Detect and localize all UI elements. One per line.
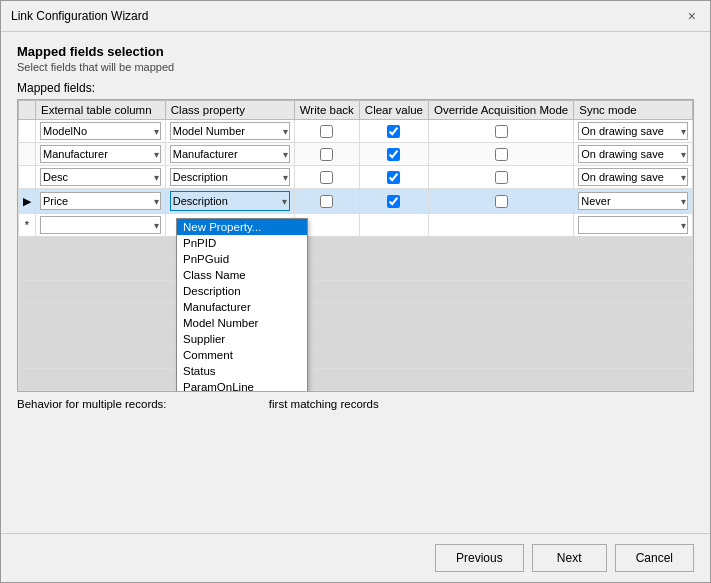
dropdown-item-pnpguid[interactable]: PnPGuid bbox=[177, 251, 307, 267]
content-area: Mapped fields: External table column Cla… bbox=[1, 81, 710, 533]
row-arrow-2 bbox=[19, 143, 36, 166]
oam-cell-3 bbox=[429, 166, 574, 189]
close-button[interactable]: × bbox=[684, 7, 700, 25]
next-button[interactable]: Next bbox=[532, 544, 607, 572]
ext-select-2[interactable]: Manufacturer bbox=[40, 145, 161, 163]
dropdown-item-new-property[interactable]: New Property... bbox=[177, 219, 307, 235]
oam-cell-new bbox=[429, 214, 574, 237]
ext-cell-4[interactable]: Price bbox=[36, 189, 166, 214]
oam-check-1[interactable] bbox=[495, 125, 508, 138]
wb-cell-3 bbox=[294, 166, 359, 189]
empty-row-2 bbox=[19, 259, 693, 281]
empty-row-4 bbox=[19, 303, 693, 325]
cv-cell-4 bbox=[359, 189, 428, 214]
header-subtitle: Select fields that will be mapped bbox=[17, 61, 694, 73]
prop-select-4[interactable]: Description bbox=[171, 192, 289, 210]
ext-select-3[interactable]: Desc bbox=[40, 168, 161, 186]
dropdown-item-class-name[interactable]: Class Name bbox=[177, 267, 307, 283]
ext-cell-new[interactable] bbox=[36, 214, 166, 237]
table-container: External table column Class property Wri… bbox=[17, 99, 694, 392]
col-header-cv: Clear value bbox=[359, 101, 428, 120]
sync-select-4[interactable]: Never bbox=[578, 192, 688, 210]
wb-check-4[interactable] bbox=[320, 195, 333, 208]
sync-cell-new[interactable] bbox=[574, 214, 693, 237]
mapped-fields-table: External table column Class property Wri… bbox=[18, 100, 693, 391]
cancel-button[interactable]: Cancel bbox=[615, 544, 694, 572]
sync-select-2[interactable]: On drawing save bbox=[578, 145, 688, 163]
previous-button[interactable]: Previous bbox=[435, 544, 524, 572]
table-row: ModelNo Model Number bbox=[19, 120, 693, 143]
table-row: Manufacturer Manufacturer bbox=[19, 143, 693, 166]
empty-row-6 bbox=[19, 347, 693, 369]
wb-check-3[interactable] bbox=[320, 171, 333, 184]
empty-row-7 bbox=[19, 369, 693, 391]
prop-select-1[interactable]: Model Number bbox=[170, 122, 290, 140]
cv-cell-2 bbox=[359, 143, 428, 166]
property-dropdown: New Property... PnPID PnPGuid Class Name… bbox=[176, 218, 308, 392]
cv-check-4[interactable] bbox=[387, 195, 400, 208]
wb-cell-1 bbox=[294, 120, 359, 143]
ext-cell-2[interactable]: Manufacturer bbox=[36, 143, 166, 166]
dropdown-item-comment[interactable]: Comment bbox=[177, 347, 307, 363]
behavior-label: Behavior for multiple records: bbox=[17, 398, 167, 410]
wb-check-2[interactable] bbox=[320, 148, 333, 161]
ext-select-new[interactable] bbox=[40, 216, 161, 234]
oam-check-4[interactable] bbox=[495, 195, 508, 208]
sync-cell-4[interactable]: Never bbox=[574, 189, 693, 214]
wb-cell-2 bbox=[294, 143, 359, 166]
prop-select-2[interactable]: Manufacturer bbox=[170, 145, 290, 163]
oam-check-3[interactable] bbox=[495, 171, 508, 184]
sync-cell-2[interactable]: On drawing save bbox=[574, 143, 693, 166]
dropdown-item-pnpid[interactable]: PnPID bbox=[177, 235, 307, 251]
sync-select-3[interactable]: On drawing save bbox=[578, 168, 688, 186]
dropdown-item-supplier[interactable]: Supplier bbox=[177, 331, 307, 347]
oam-cell-1 bbox=[429, 120, 574, 143]
header-title: Mapped fields selection bbox=[17, 44, 694, 59]
cv-cell-3 bbox=[359, 166, 428, 189]
dropdown-item-status[interactable]: Status bbox=[177, 363, 307, 379]
col-header-ext: External table column bbox=[36, 101, 166, 120]
cv-check-3[interactable] bbox=[387, 171, 400, 184]
sync-cell-1[interactable]: On drawing save bbox=[574, 120, 693, 143]
dropdown-item-paramonline[interactable]: ParamOnLine bbox=[177, 379, 307, 392]
mapped-fields-label: Mapped fields: bbox=[17, 81, 694, 95]
col-header-oam: Override Acquisition Mode bbox=[429, 101, 574, 120]
empty-row-3 bbox=[19, 281, 693, 303]
dropdown-item-model-number[interactable]: Model Number bbox=[177, 315, 307, 331]
ext-select-1[interactable]: ModelNo bbox=[40, 122, 161, 140]
sync-select-1[interactable]: On drawing save bbox=[578, 122, 688, 140]
dropdown-item-manufacturer[interactable]: Manufacturer bbox=[177, 299, 307, 315]
oam-cell-2 bbox=[429, 143, 574, 166]
prop-cell-3[interactable]: Description bbox=[165, 166, 294, 189]
wb-check-1[interactable] bbox=[320, 125, 333, 138]
ext-select-4[interactable]: Price bbox=[40, 192, 161, 210]
col-header-sync: Sync mode bbox=[574, 101, 693, 120]
sync-cell-3[interactable]: On drawing save bbox=[574, 166, 693, 189]
behavior-value-text: first matching records bbox=[269, 398, 379, 410]
cv-check-1[interactable] bbox=[387, 125, 400, 138]
dialog-title: Link Configuration Wizard bbox=[11, 9, 148, 23]
dropdown-item-description[interactable]: Description bbox=[177, 283, 307, 299]
col-header-wb: Write back bbox=[294, 101, 359, 120]
ext-cell-3[interactable]: Desc bbox=[36, 166, 166, 189]
cv-cell-new bbox=[359, 214, 428, 237]
col-header-prop: Class property bbox=[165, 101, 294, 120]
row-arrow-3 bbox=[19, 166, 36, 189]
empty-row-5 bbox=[19, 325, 693, 347]
row-arrow-new: * bbox=[19, 214, 36, 237]
sync-select-new[interactable] bbox=[578, 216, 688, 234]
prop-cell-1[interactable]: Model Number bbox=[165, 120, 294, 143]
table-row-selected: ▶ Price Description bbox=[19, 189, 693, 214]
table-row: Desc Description bbox=[19, 166, 693, 189]
behavior-row: Behavior for multiple records: first mat… bbox=[17, 392, 694, 414]
table-new-row: * bbox=[19, 214, 693, 237]
cv-check-2[interactable] bbox=[387, 148, 400, 161]
col-header-arrow bbox=[19, 101, 36, 120]
ext-cell-1[interactable]: ModelNo bbox=[36, 120, 166, 143]
prop-select-3[interactable]: Description bbox=[170, 168, 290, 186]
title-bar: Link Configuration Wizard × bbox=[1, 1, 710, 32]
oam-cell-4 bbox=[429, 189, 574, 214]
prop-cell-2[interactable]: Manufacturer bbox=[165, 143, 294, 166]
oam-check-2[interactable] bbox=[495, 148, 508, 161]
prop-cell-4[interactable]: Description bbox=[165, 189, 294, 214]
